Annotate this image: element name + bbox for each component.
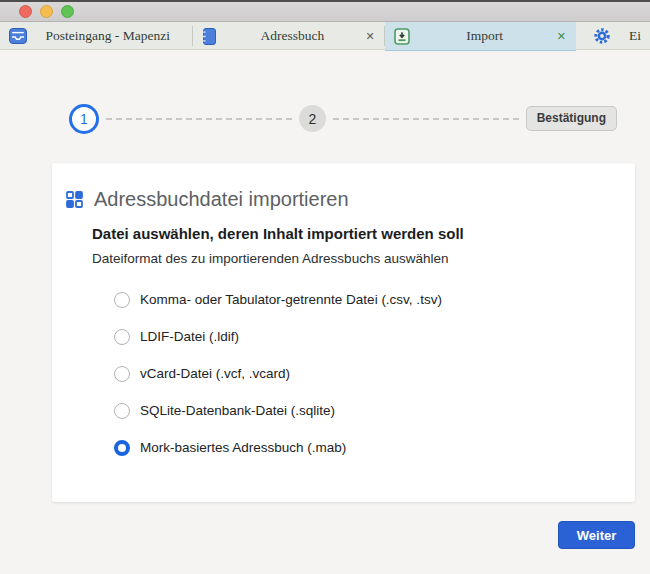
radio-icon[interactable] xyxy=(114,366,130,382)
radio-icon[interactable] xyxy=(114,329,130,345)
option-label: vCard-Datei (.vcf, .vcard) xyxy=(140,366,290,381)
titlebar xyxy=(0,0,650,22)
option-label: Mork-basiertes Adressbuch (.mab) xyxy=(140,440,346,455)
tab-label: Adressbuch xyxy=(220,28,364,44)
step-2-number: 2 xyxy=(308,111,316,127)
stepper-connector xyxy=(333,118,519,120)
tab-adressbuch[interactable]: Adressbuch ✕ xyxy=(193,22,384,50)
radio-icon[interactable] xyxy=(114,403,130,419)
weiter-button[interactable]: Weiter xyxy=(558,521,635,549)
card-header: Adressbuchdatei importieren xyxy=(52,163,635,211)
tab-einstellungen[interactable]: Ei xyxy=(576,22,650,50)
file-format-options: Komma- oder Tabulator-getrennte Datei (.… xyxy=(114,281,635,466)
page-title: Adressbuchdatei importieren xyxy=(94,188,349,211)
option-label: SQLite-Datenbank-Datei (.sqlite) xyxy=(140,403,335,418)
import-icon xyxy=(394,28,410,45)
radio-option-sqlite[interactable]: SQLite-Datenbank-Datei (.sqlite) xyxy=(114,392,635,429)
tab-bar: Posteingang - Mapenzi Adressbuch ✕ xyxy=(0,22,650,50)
radio-option-ldif[interactable]: LDIF-Datei (.ldif) xyxy=(114,318,635,355)
tab-label: Import xyxy=(414,28,556,44)
close-window-button[interactable] xyxy=(19,5,32,18)
tab-label: Posteingang - Mapenzi xyxy=(31,28,184,44)
close-tab-icon[interactable]: ✕ xyxy=(364,31,375,42)
radio-option-csv[interactable]: Komma- oder Tabulator-getrennte Datei (.… xyxy=(114,281,635,318)
address-book-icon xyxy=(202,28,216,45)
tab-label: Ei xyxy=(629,28,641,44)
radio-icon[interactable] xyxy=(114,292,130,308)
stepper-connector xyxy=(106,118,292,120)
step-1-indicator[interactable]: 1 xyxy=(69,104,99,134)
step-description: Dateiformat des zu importierenden Adress… xyxy=(92,251,635,266)
app-window: Posteingang - Mapenzi Adressbuch ✕ xyxy=(0,0,650,574)
option-label: Komma- oder Tabulator-getrennte Datei (.… xyxy=(140,292,442,307)
radio-option-mab[interactable]: Mork-basiertes Adressbuch (.mab) xyxy=(114,429,635,466)
step-2-indicator[interactable]: 2 xyxy=(299,105,326,132)
minimize-window-button[interactable] xyxy=(40,5,53,18)
confirmation-step-label: Bestätigung xyxy=(526,106,617,131)
gear-icon xyxy=(593,27,611,45)
tab-posteingang[interactable]: Posteingang - Mapenzi xyxy=(0,22,193,50)
zoom-window-button[interactable] xyxy=(61,5,74,18)
tab-import[interactable]: Import ✕ xyxy=(385,22,576,51)
close-tab-icon[interactable]: ✕ xyxy=(556,31,567,42)
step-subtitle: Datei auswählen, deren Inhalt importiert… xyxy=(92,225,635,242)
inbox-icon xyxy=(9,28,27,44)
import-stepper: 1 2 Bestätigung xyxy=(69,103,617,134)
import-card: Adressbuchdatei importieren Datei auswäh… xyxy=(52,163,635,502)
address-book-grid-icon xyxy=(66,191,83,208)
option-label: LDIF-Datei (.ldif) xyxy=(140,329,239,344)
radio-selected-icon[interactable] xyxy=(114,440,130,456)
step-1-number: 1 xyxy=(80,111,88,127)
radio-option-vcard[interactable]: vCard-Datei (.vcf, .vcard) xyxy=(114,355,635,392)
